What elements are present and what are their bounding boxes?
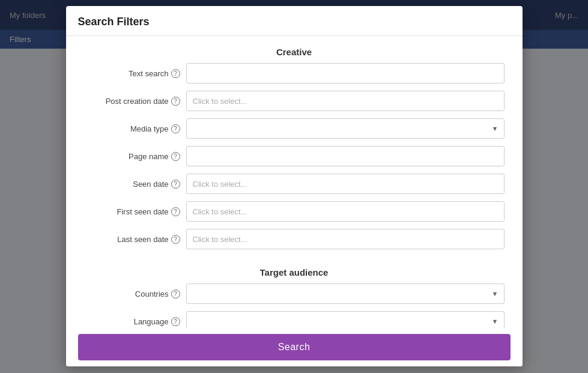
countries-label: Countries ? [84, 290, 180, 299]
media-type-label: Media type ? [84, 124, 180, 133]
first-seen-date-label: First seen date ? [84, 207, 180, 216]
media-type-select[interactable] [186, 118, 505, 139]
first-seen-date-row: First seen date ? Click to select... [84, 201, 505, 222]
countries-select-wrap: ▼ [186, 284, 505, 304]
text-search-label: Text search ? [84, 69, 180, 78]
target-audience-section-title: Target audience [84, 256, 505, 284]
search-button[interactable]: Search [78, 334, 511, 360]
language-row: Language ? ▼ [84, 311, 505, 328]
text-search-row: Text search ? [84, 63, 505, 83]
seen-date-row: Seen date ? Click to select... [84, 174, 505, 194]
language-help-icon[interactable]: ? [171, 317, 180, 326]
post-creation-date-help-icon[interactable]: ? [171, 97, 180, 106]
last-seen-date-help-icon[interactable]: ? [171, 235, 180, 244]
search-filters-modal: Search Filters Creative Text search ? Po… [66, 6, 523, 366]
last-seen-date-label: Last seen date ? [84, 235, 180, 244]
post-creation-date-row: Post creation date ? Click to select... [84, 91, 505, 111]
media-type-help-icon[interactable]: ? [171, 124, 180, 133]
page-name-row: Page name ? [84, 146, 505, 166]
text-search-help-icon[interactable]: ? [171, 69, 180, 78]
modal-footer: Search [66, 328, 523, 366]
language-label: Language ? [84, 317, 180, 326]
seen-date-label: Seen date ? [84, 180, 180, 189]
language-select-wrap: ▼ [186, 311, 505, 328]
page-name-input[interactable] [186, 146, 505, 166]
page-name-help-icon[interactable]: ? [171, 152, 180, 161]
countries-row: Countries ? ▼ [84, 284, 505, 304]
media-type-select-wrap: ▼ [186, 118, 505, 139]
creative-section-title: Creative [84, 36, 505, 63]
first-seen-date-help-icon[interactable]: ? [171, 207, 180, 216]
last-seen-date-input[interactable]: Click to select... [186, 229, 505, 249]
first-seen-date-input[interactable]: Click to select... [186, 201, 505, 222]
post-creation-date-label: Post creation date ? [84, 97, 180, 106]
language-select[interactable] [186, 311, 505, 328]
post-creation-date-input[interactable]: Click to select... [186, 91, 505, 111]
modal-backdrop: Search Filters Creative Text search ? Po… [0, 0, 588, 373]
page-name-label: Page name ? [84, 152, 180, 161]
countries-select[interactable] [186, 284, 505, 304]
countries-help-icon[interactable]: ? [171, 290, 180, 299]
seen-date-help-icon[interactable]: ? [171, 180, 180, 189]
modal-header: Search Filters [66, 6, 523, 36]
last-seen-date-row: Last seen date ? Click to select... [84, 229, 505, 249]
media-type-row: Media type ? ▼ [84, 118, 505, 139]
modal-body: Creative Text search ? Post creation dat… [66, 36, 523, 328]
text-search-input[interactable] [186, 63, 505, 83]
modal-title: Search Filters [78, 16, 150, 28]
seen-date-input[interactable]: Click to select... [186, 174, 505, 194]
